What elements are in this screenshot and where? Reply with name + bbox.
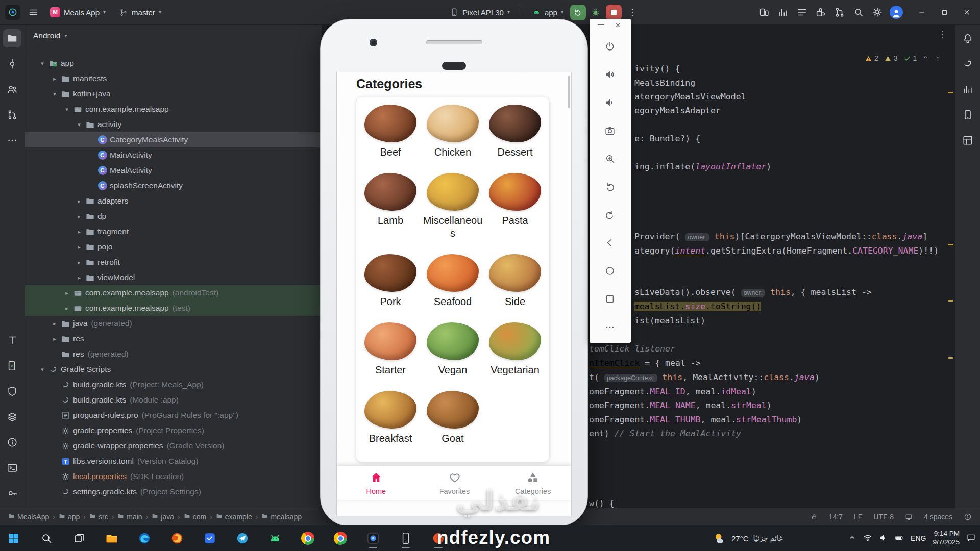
breadcrumb-item[interactable]: main	[117, 513, 142, 521]
category-vegan[interactable]: Vegan	[423, 322, 483, 377]
settings-icon[interactable]	[869, 4, 886, 21]
breadcrumb-item[interactable]: com	[184, 513, 206, 521]
tree-item-dp[interactable]: ▸dp	[25, 209, 322, 224]
taskbar-firefox-icon[interactable]	[169, 527, 185, 550]
device-manager-icon[interactable]	[959, 106, 977, 124]
emulator-rotate-right-button[interactable]	[601, 206, 619, 224]
battery-icon[interactable]	[895, 533, 904, 544]
tree-item-MainActivity[interactable]: CMainActivity	[25, 147, 322, 163]
branch-widget[interactable]: master ▾	[114, 5, 166, 19]
next-problem-icon[interactable]	[935, 54, 941, 62]
lock-icon[interactable]	[811, 513, 818, 520]
tree-item-res[interactable]: ▸res	[25, 331, 322, 346]
device-pair-icon[interactable]	[755, 4, 772, 21]
taskbar-emuphone-icon[interactable]	[398, 527, 413, 550]
network-icon[interactable]	[863, 533, 872, 544]
category-beef[interactable]: Beef	[360, 105, 421, 159]
emulator-zoom-in-button[interactable]	[601, 149, 619, 168]
category-vegetarian[interactable]: Vegetarian	[485, 322, 545, 377]
category-pasta[interactable]: Pasta	[485, 173, 545, 240]
problems-icon[interactable]	[3, 433, 21, 452]
tree-item-pojo[interactable]: ▸pojo	[25, 239, 322, 255]
line-separator[interactable]: LF	[854, 513, 862, 521]
tree-item-com.example.mealsapp[interactable]: ▸com.example.mealsapp(androidTest)	[25, 285, 322, 300]
pull-request-icon[interactable]	[831, 4, 848, 21]
emulator-more-h-button[interactable]	[601, 318, 619, 336]
breadcrumb-item[interactable]: src	[89, 513, 108, 521]
breadcrumb-item[interactable]: example	[216, 513, 252, 521]
profiler-icon[interactable]	[774, 4, 791, 21]
nav-home[interactable]: Home	[337, 466, 415, 500]
category-dessert[interactable]: Dessert	[485, 105, 545, 159]
taskbar-clock[interactable]: 9:14 PM 9/7/2025	[933, 530, 960, 547]
category-goat[interactable]: Goat	[423, 391, 483, 445]
stop-button[interactable]	[606, 5, 622, 20]
project-view-selector[interactable]: Android ▾	[33, 31, 67, 40]
gradle-el-icon[interactable]	[959, 55, 977, 73]
emulator-overview-button[interactable]	[601, 290, 619, 308]
info-icon[interactable]	[964, 513, 972, 521]
tree-item-gradle.properties[interactable]: gradle.properties(Project Properties)	[25, 423, 322, 438]
breadcrumb-item[interactable]: mealsapp	[261, 513, 302, 521]
notifications-icon[interactable]	[966, 533, 976, 544]
problems-widget[interactable]: 2 3 1	[865, 54, 941, 62]
emulator-rotate-left-button[interactable]	[601, 178, 619, 196]
indent-setting[interactable]: 4 spaces	[924, 513, 952, 521]
window-close-button[interactable]	[955, 0, 978, 24]
plugins-icon[interactable]	[812, 4, 829, 21]
layout-inspector-icon[interactable]	[959, 131, 977, 149]
app-scrollbar[interactable]	[568, 76, 570, 108]
running-devices-icon[interactable]	[3, 357, 21, 375]
screen-share-icon[interactable]	[905, 513, 913, 521]
taskbar-weather[interactable]: 27°C غائم جزئيًا	[713, 525, 783, 551]
taskbar-edge-icon[interactable]	[137, 527, 152, 550]
tree-item-kotlin+java[interactable]: ▾kotlin+java	[25, 86, 322, 102]
more-icon[interactable]	[3, 131, 21, 149]
emulator-close-button[interactable]: ✕	[615, 21, 621, 29]
category-breakfast[interactable]: Breakfast	[360, 391, 421, 445]
emulator-minimize-button[interactable]: —	[598, 20, 604, 28]
emulator-volume-down-button[interactable]	[601, 93, 619, 112]
tree-item-CategoryMealsActivity[interactable]: CCategoryMealsActivity	[25, 132, 322, 147]
tree-item-java[interactable]: ▸java(generated)	[25, 316, 322, 331]
tree-item-fragment[interactable]: ▸fragment	[25, 224, 322, 239]
taskbar-android-icon[interactable]	[267, 527, 283, 550]
keys-icon[interactable]	[3, 484, 21, 503]
emulator-power-button[interactable]	[601, 37, 619, 56]
tree-item-MealActivity[interactable]: CMealActivity	[25, 163, 322, 178]
breadcrumb-item[interactable]: MealsApp	[8, 513, 49, 521]
editor-options-icon[interactable]: ⋮	[938, 29, 947, 40]
phone-screen[interactable]: Categories BeefChickenDessertLambMiscell…	[336, 72, 572, 516]
file-encoding[interactable]: UTF-8	[873, 513, 894, 521]
tree-item-gradle-wrapper.properties[interactable]: gradle-wrapper.properties(Gradle Version…	[25, 438, 322, 454]
emulator-volume-up-button[interactable]	[601, 65, 619, 84]
volume-icon[interactable]	[879, 533, 888, 544]
taskbar-explorer-icon[interactable]	[104, 527, 119, 550]
tree-item-build.gradle.kts[interactable]: build.gradle.kts(Module :app)	[25, 392, 322, 408]
tree-item-activity[interactable]: ▾activity	[25, 117, 322, 132]
structure-icon[interactable]	[793, 4, 810, 21]
layers-icon[interactable]	[3, 408, 21, 426]
profiler-icon[interactable]	[959, 80, 977, 98]
emulator-home-button[interactable]	[601, 262, 619, 280]
device-selector[interactable]: Pixel API 30 ▾	[445, 5, 514, 19]
category-starter[interactable]: Starter	[360, 322, 421, 377]
search-icon[interactable]	[850, 4, 867, 21]
tree-item-Gradle Scripts[interactable]: ▾Gradle Scripts	[25, 362, 322, 377]
tree-item-libs.versions.toml[interactable]: libs.versions.toml(Version Catalog)	[25, 454, 322, 469]
rerun-button[interactable]	[570, 5, 586, 20]
avatar-icon[interactable]	[888, 4, 904, 21]
users-icon[interactable]	[3, 80, 21, 98]
category-seafood[interactable]: Seafood	[423, 254, 483, 308]
commit-icon[interactable]	[3, 55, 21, 73]
category-pork[interactable]: Pork	[360, 254, 421, 308]
breadcrumb-item[interactable]: java	[152, 513, 174, 521]
language-indicator[interactable]: ENG	[911, 534, 926, 542]
shield-icon[interactable]	[3, 382, 21, 400]
tree-item-retrofit[interactable]: ▸retrofit	[25, 255, 322, 270]
category-side[interactable]: Side	[485, 254, 545, 308]
taskbar-win-icon[interactable]	[6, 527, 21, 550]
tree-item-viewModel[interactable]: ▸viewModel	[25, 270, 322, 285]
tree-item-com.example.mealsapp[interactable]: ▾com.example.mealsapp	[25, 102, 322, 117]
emulator-back-button[interactable]	[601, 234, 619, 252]
